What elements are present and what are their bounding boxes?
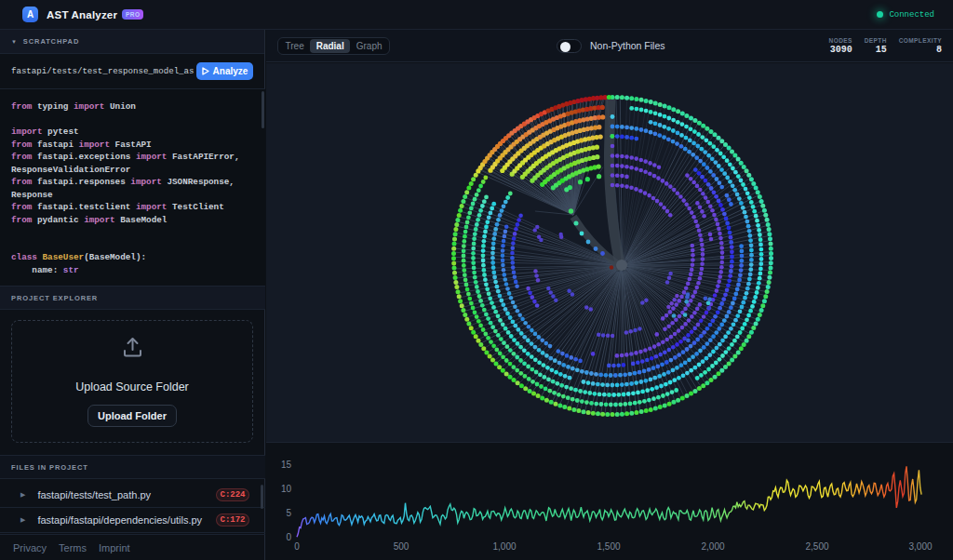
svg-text:15: 15 <box>281 460 292 470</box>
svg-text:0: 0 <box>294 541 300 552</box>
svg-text:0: 0 <box>286 532 291 542</box>
svg-text:3,000: 3,000 <box>908 541 932 552</box>
svg-text:2,500: 2,500 <box>805 541 828 552</box>
svg-text:10: 10 <box>281 484 292 494</box>
svg-text:1,500: 1,500 <box>597 541 620 552</box>
svg-text:2,000: 2,000 <box>701 541 724 552</box>
svg-text:1,000: 1,000 <box>492 541 516 552</box>
svg-text:500: 500 <box>394 541 409 552</box>
svg-text:5: 5 <box>286 508 291 518</box>
